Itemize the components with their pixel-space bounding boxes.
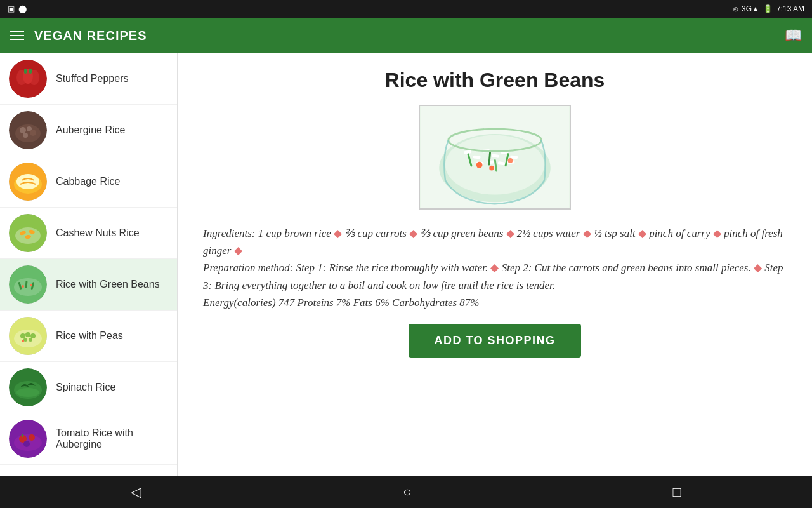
- recipe-description: Ingredients: 1 cup brown rice ◆ ⅔ cup ca…: [203, 225, 787, 311]
- avatar-spinach-rice: [9, 368, 47, 406]
- home-button[interactable]: ○: [403, 484, 411, 500]
- avatar-cabbage-rice: [9, 163, 47, 201]
- sidebar-label-spinach-rice: Spinach Rice: [56, 382, 115, 393]
- avatar-cashew-nuts-rice: [9, 214, 47, 252]
- svg-point-33: [29, 338, 32, 342]
- svg-point-10: [23, 133, 28, 138]
- notification-icon: ▣: [8, 4, 15, 13]
- svg-point-34: [22, 340, 24, 342]
- sidebar-item-aubergine-rice[interactable]: Aubergine Rice: [0, 105, 177, 156]
- svg-point-30: [25, 332, 30, 337]
- svg-point-11: [30, 130, 36, 136]
- signal-icon: 3G▲: [742, 4, 759, 13]
- sidebar-item-rice-green-beans[interactable]: Rice with Green Beans: [0, 259, 177, 311]
- hamburger-menu[interactable]: [10, 31, 24, 40]
- avatar-rice-green-beans: [9, 265, 47, 304]
- svg-rect-48: [473, 156, 481, 159]
- main-content: Stuffed Peppers Aubergine Rice Cabbage R…: [0, 53, 812, 476]
- sidebar: Stuffed Peppers Aubergine Rice Cabbage R…: [0, 53, 178, 476]
- svg-point-63: [489, 166, 494, 171]
- status-right-icons: ⎋ 3G▲ 🔋 7:13 AM: [733, 4, 804, 13]
- sidebar-label-aubergine-rice: Aubergine Rice: [56, 124, 125, 136]
- svg-point-42: [23, 441, 30, 447]
- preparation-method: Preparation method: Step 1: Rinse the ri…: [203, 262, 783, 291]
- sidebar-label-tomato-rice-aubergine: Tomato Rice with Aubergine: [56, 427, 168, 450]
- sidebar-label-rice-peas: Rice with Peas: [56, 330, 123, 342]
- sidebar-item-cashew-nuts-rice[interactable]: Cashew Nuts Rice: [0, 208, 177, 259]
- svg-point-37: [16, 388, 39, 397]
- svg-point-62: [508, 158, 513, 163]
- app-bar: VEGAN RECIPES 📖: [0, 18, 812, 53]
- svg-point-31: [30, 333, 36, 338]
- svg-point-25: [22, 285, 24, 288]
- sidebar-label-cabbage-rice: Cabbage Rice: [56, 176, 120, 187]
- svg-point-61: [476, 162, 483, 168]
- app-title: VEGAN RECIPES: [34, 29, 775, 43]
- ingredients-intro: Ingredients: 1 cup brown rice ◆ ⅔ cup ca…: [203, 227, 783, 257]
- back-button[interactable]: ◁: [131, 484, 141, 500]
- time-display: 7:13 AM: [776, 4, 804, 13]
- avatar-tomato-rice-aubergine: [9, 420, 47, 458]
- recipe-image: [419, 105, 571, 210]
- svg-rect-43: [22, 434, 23, 437]
- status-left-icons: ▣ ⬤: [8, 4, 27, 13]
- battery-icon: 🔋: [763, 4, 773, 13]
- recipe-image-container: [203, 105, 787, 210]
- sidebar-item-spinach-rice[interactable]: Spinach Rice: [0, 362, 177, 413]
- sidebar-item-rice-peas[interactable]: Rice with Peas: [0, 311, 177, 362]
- sidebar-label-stuffed-peppers: Stuffed Peppers: [56, 73, 128, 84]
- sidebar-label-rice-green-beans: Rice with Green Beans: [56, 279, 160, 290]
- recent-apps-button[interactable]: □: [673, 484, 681, 500]
- svg-rect-4: [24, 69, 27, 74]
- book-icon[interactable]: 📖: [785, 27, 802, 44]
- svg-point-26: [30, 284, 32, 286]
- detail-panel: Rice with Green Beans: [178, 53, 812, 476]
- bluetooth-icon: ⎋: [733, 4, 738, 13]
- sidebar-item-stuffed-peppers[interactable]: Stuffed Peppers: [0, 53, 177, 105]
- avatar-aubergine-rice: [9, 111, 47, 149]
- svg-rect-5: [29, 69, 32, 74]
- svg-point-29: [20, 333, 25, 338]
- add-to-shopping-button[interactable]: ADD TO SHOPPING: [409, 324, 580, 358]
- svg-point-41: [29, 434, 35, 441]
- status-bar: ▣ ⬤ ⎋ 3G▲ 🔋 7:13 AM: [0, 0, 812, 18]
- sync-icon: ⬤: [18, 4, 27, 13]
- nutrition-info: Energy(calories) 747 Proteins 7% Fats 6%…: [203, 297, 479, 309]
- sidebar-item-tomato-rice-aubergine[interactable]: Tomato Rice with Aubergine: [0, 413, 177, 465]
- bottom-nav: ◁ ○ □: [0, 476, 812, 508]
- svg-point-8: [20, 127, 26, 133]
- svg-point-21: [14, 278, 42, 296]
- avatar-stuffed-peppers: [9, 60, 47, 98]
- sidebar-label-cashew-nuts-rice: Cashew Nuts Rice: [56, 227, 140, 239]
- sidebar-item-cabbage-rice[interactable]: Cabbage Rice: [0, 156, 177, 208]
- recipe-title: Rice with Green Beans: [203, 69, 787, 92]
- avatar-rice-peas: [9, 317, 47, 355]
